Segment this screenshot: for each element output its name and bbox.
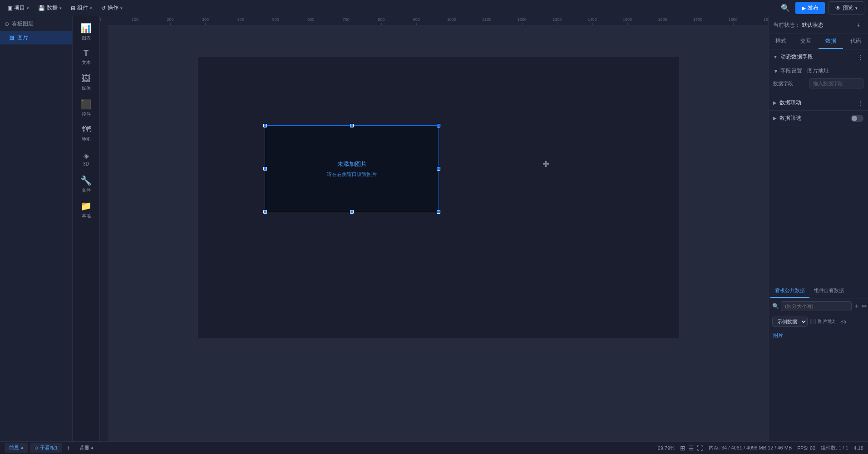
subsection-title-text: 字段设置 - 图片地址 [780, 67, 829, 75]
more-icon[interactable]: ⋮ [857, 54, 863, 61]
chevron-down-icon-2: ▾ [59, 6, 62, 10]
menu-project-label: 项目 [14, 4, 25, 12]
back-label: 背显 [79, 445, 89, 450]
canvas-area[interactable]: 未添加图片 请在右侧窗口设置图片 ✛ [109, 25, 768, 441]
list-view-icon[interactable]: ☰ [688, 444, 694, 452]
menu-component[interactable]: ⊞ 组件 ▾ [67, 2, 96, 14]
chevron-down-icon-5: ▾ [855, 6, 858, 10]
view-icons: ⊞ ☰ ⛶ [680, 444, 703, 452]
add-data-button[interactable]: ＋ [853, 301, 860, 311]
menu-action[interactable]: ↺ 操作 ▾ [98, 2, 126, 14]
kit-icon: 🔧 [80, 175, 92, 186]
back-tab[interactable]: 背显 ● [75, 443, 98, 453]
data-field-input[interactable] [809, 78, 863, 88]
data-filter-section: ▶ 数据筛选 [769, 111, 868, 126]
menubar-right: 🔍 ▶ 发布 👁 预览 ▾ [779, 1, 864, 15]
handle-tl[interactable] [263, 124, 267, 127]
chevron-icon-sub: ▼ [773, 68, 779, 74]
child-board-tab[interactable]: ⊙ 子看板1 [30, 443, 62, 453]
menubar-left: ▣ 项目 ▾ 💾 数据 ▾ ⊞ 组件 ▾ ↺ 操作 ▾ [4, 2, 126, 14]
tab-style[interactable]: 样式 [769, 34, 794, 49]
state-header: 当前状态： 默认状态 + [769, 16, 868, 34]
tool-sidebar: 📊 图表 T 文本 🖼 媒体 ⬛ 控件 🗺 地图 ◈ 3D 🔧 套件 📁 [73, 16, 100, 441]
data-filter-header[interactable]: ▶ 数据筛选 [769, 111, 868, 126]
project-icon: ▣ [7, 5, 12, 11]
handle-bl[interactable] [263, 210, 267, 214]
map-icon: 🗺 [82, 124, 91, 135]
fullscreen-icon[interactable]: ⛶ [697, 444, 703, 452]
child-tab-label: 子看板1 [40, 444, 58, 451]
tool-media[interactable]: 🖼 媒体 [74, 71, 98, 94]
dynamic-fields-title: 动态数据字段 [780, 53, 813, 61]
menu-project[interactable]: ▣ 项目 ▾ [4, 2, 33, 14]
edit-data-button[interactable]: ✏ [862, 301, 867, 311]
search-icon[interactable]: 🔍 [779, 2, 792, 15]
component-size: 4.18 [854, 445, 863, 451]
chevron-down-icon: ▾ [27, 6, 29, 10]
chevron-down-icon-4: ▾ [120, 6, 123, 10]
layers-header[interactable]: ⊙ 看板图层 [0, 16, 72, 31]
chevron-icon-linkage: ▶ [773, 100, 777, 105]
dynamic-fields-subsection: ▼ 字段设置 - 图片地址 数据字段 [769, 64, 868, 95]
tool-kit[interactable]: 🔧 套件 [74, 172, 98, 196]
data-item-image[interactable]: 图片 [769, 329, 868, 342]
tool-local[interactable]: 📁 本地 [74, 198, 98, 221]
front-label: 前显 [9, 444, 19, 451]
menu-data-label: 数据 [47, 4, 58, 12]
example-data-select[interactable]: 示例数据 [772, 317, 808, 327]
save-icon: 💾 [38, 5, 45, 11]
widget-content: 未添加图片 请在右侧窗口设置图片 [265, 126, 439, 212]
tool-3d[interactable]: ◈ 3D [74, 147, 98, 171]
menu-action-label: 操作 [108, 4, 118, 12]
tab-data[interactable]: 数据 [819, 34, 843, 49]
search-small-icon: 🔍 [772, 303, 779, 309]
menu-component-label: 组件 [77, 4, 88, 12]
data-linkage-header[interactable]: ▶ 数据联动 ⋮ [769, 95, 868, 110]
tab-code[interactable]: 代码 [843, 34, 868, 49]
state-label-row: 当前状态： 默认状态 [773, 21, 824, 29]
str-label: Str [840, 319, 847, 324]
canvas-wrapper: 0100200300400500600700800900100011001200… [100, 16, 768, 441]
publish-button[interactable]: ▶ 发布 [795, 2, 825, 14]
data-search-input[interactable] [781, 301, 852, 311]
tab-interact[interactable]: 交互 [794, 34, 819, 49]
tab-area: 前显 ● ⊙ 子看板1 + 背显 ● [5, 443, 98, 453]
tab-public-data[interactable]: 看板公共数据 [770, 284, 809, 298]
widget-subtitle: 请在右侧窗口设置图片 [327, 171, 377, 178]
statusbar-right: 69.79% ⊞ ☰ ⛶ 内存: 34 / 4061 / 4096 MB 12 … [658, 444, 863, 452]
image-addr-checkbox-label[interactable]: 图片地址 [810, 318, 838, 325]
preview-button[interactable]: 👁 预览 ▾ [829, 1, 864, 15]
data-filter-toggle[interactable] [851, 115, 863, 122]
zoom-level: 69.79% [658, 445, 675, 451]
layers-icon: ⊙ [5, 21, 9, 27]
data-filter-row: 示例数据 图片地址 Str [769, 314, 868, 329]
image-addr-checkbox[interactable] [810, 319, 816, 324]
tool-map[interactable]: 🗺 地图 [74, 122, 98, 145]
tab-private-data[interactable]: 组件自有数据 [809, 284, 848, 298]
front-tab[interactable]: 前显 ● [5, 443, 28, 453]
handle-tr[interactable] [437, 124, 440, 127]
add-state-button[interactable]: + [853, 20, 863, 30]
tool-chart[interactable]: 📊 图表 [74, 20, 98, 44]
handle-tc[interactable] [350, 124, 354, 127]
statusbar: 前显 ● ⊙ 子看板1 + 背显 ● 69.79% ⊞ ☰ ⛶ 内存: 34 /… [0, 441, 868, 454]
grid-view-icon[interactable]: ⊞ [680, 444, 686, 452]
more-icon-linkage[interactable]: ⋮ [857, 99, 863, 107]
tool-control[interactable]: ⬛ 控件 [74, 96, 98, 120]
child-tab-icon: ⊙ [35, 445, 38, 450]
dynamic-fields-header[interactable]: ▼ 动态数据字段 ⋮ [769, 49, 868, 64]
handle-mr[interactable] [437, 167, 440, 171]
handle-ml[interactable] [263, 167, 267, 171]
data-field-row: 数据字段 [773, 78, 863, 88]
add-tab-button[interactable]: + [64, 444, 73, 453]
tool-text[interactable]: T 文本 [74, 45, 98, 69]
layer-item-image[interactable]: 🖼 图片 [0, 31, 72, 44]
handle-bc[interactable] [350, 210, 354, 214]
image-widget[interactable]: 未添加图片 请在右侧窗口设置图片 [265, 125, 439, 212]
menu-data[interactable]: 💾 数据 ▾ [35, 2, 65, 14]
handle-br[interactable] [437, 210, 440, 214]
memory-info: 内存: 34 / 4061 / 4096 MB 12 / 46 MB [709, 444, 792, 451]
text-icon: T [84, 49, 89, 58]
eye-icon: 👁 [835, 5, 841, 11]
data-source-tabs: 看板公共数据 组件自有数据 [769, 284, 868, 298]
